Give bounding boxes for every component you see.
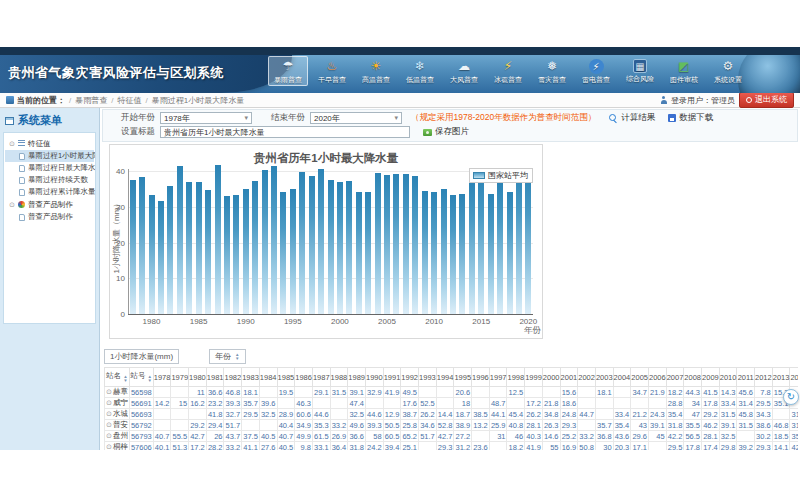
column-header-year[interactable]: 1995 bbox=[454, 368, 472, 387]
expand-icon[interactable]: ⊙ bbox=[106, 421, 112, 428]
chart-bar[interactable] bbox=[469, 180, 475, 314]
chart-bar[interactable] bbox=[441, 189, 447, 314]
station-name-cell[interactable]: ⊙水城 bbox=[105, 409, 130, 420]
chart-bar[interactable] bbox=[403, 174, 409, 314]
chart-bar[interactable] bbox=[299, 172, 305, 314]
toolbar-item[interactable]: ❅雪灾普查 bbox=[532, 56, 572, 86]
toolbar-item[interactable]: ◩图件审核 bbox=[664, 56, 704, 86]
chart-bar[interactable] bbox=[318, 169, 324, 314]
chart-bar[interactable] bbox=[507, 192, 513, 314]
column-header-year[interactable]: 1984 bbox=[259, 368, 277, 387]
column-header-year[interactable]: 1982 bbox=[224, 368, 242, 387]
column-header-year[interactable]: 1980 bbox=[189, 368, 207, 387]
station-name-cell[interactable]: ⊙威宁 bbox=[105, 398, 130, 409]
chart-bar[interactable] bbox=[252, 181, 258, 314]
expand-icon[interactable]: ⊙ bbox=[106, 443, 112, 450]
chart-bar[interactable] bbox=[488, 194, 494, 314]
station-name-cell[interactable]: ⊙普安 bbox=[105, 420, 130, 431]
chart-bar[interactable] bbox=[337, 182, 343, 314]
station-name-cell[interactable]: ⊙赫章 bbox=[105, 387, 130, 398]
chart-bar[interactable] bbox=[412, 176, 418, 314]
sidebar-item[interactable]: 暴雨过程1小时最大降水量 bbox=[5, 150, 94, 162]
chart-bar[interactable] bbox=[459, 194, 465, 315]
column-header-year[interactable]: 1991 bbox=[383, 368, 401, 387]
chart-bar[interactable] bbox=[177, 166, 183, 314]
sort-icon[interactable] bbox=[148, 375, 152, 383]
column-header-year[interactable]: 1998 bbox=[507, 368, 525, 387]
expander-icon[interactable]: ⊙ bbox=[9, 140, 15, 147]
start-year-select[interactable]: 1978年 bbox=[160, 112, 252, 124]
column-header-year[interactable]: 1988 bbox=[330, 368, 348, 387]
column-header-year[interactable]: 1997 bbox=[489, 368, 507, 387]
chart-bar[interactable] bbox=[346, 181, 352, 314]
tree-node[interactable]: ⊙普查产品制作 bbox=[5, 198, 94, 211]
chart-bar[interactable] bbox=[328, 180, 334, 314]
chart-bar[interactable] bbox=[243, 189, 249, 314]
column-header-year[interactable]: 2013 bbox=[772, 368, 790, 387]
column-header-year[interactable]: 2000 bbox=[542, 368, 560, 387]
column-header-year[interactable]: 1986 bbox=[295, 368, 313, 387]
chart-bar[interactable] bbox=[375, 173, 381, 314]
chart-bar[interactable] bbox=[271, 166, 277, 314]
chart-bar[interactable] bbox=[497, 182, 503, 314]
chart-bar[interactable] bbox=[130, 180, 136, 314]
chart-bar[interactable] bbox=[262, 170, 268, 314]
column-header-year[interactable]: 2002 bbox=[578, 368, 596, 387]
sidebar-item[interactable]: 暴雨过程持续天数 bbox=[5, 174, 94, 186]
chart-bar[interactable] bbox=[450, 195, 456, 314]
toolbar-item[interactable]: ♨干旱普查 bbox=[312, 56, 352, 86]
calculate-button[interactable]: 计算结果 bbox=[609, 112, 655, 124]
column-header-year[interactable]: 1985 bbox=[277, 368, 295, 387]
breadcrumb-item[interactable]: 特征值 bbox=[117, 96, 141, 105]
sidebar-item[interactable]: 普查产品制作 bbox=[5, 211, 94, 223]
chart-bar[interactable] bbox=[356, 192, 362, 314]
refresh-icon[interactable] bbox=[783, 389, 799, 405]
sidebar-item[interactable]: 暴雨过程日最大降水量 bbox=[5, 162, 94, 174]
unit-chip[interactable]: 1小时降水量(mm) bbox=[104, 349, 179, 364]
chart-bar[interactable] bbox=[478, 175, 484, 314]
column-header-year[interactable]: 1987 bbox=[312, 368, 330, 387]
expand-icon[interactable]: ⊙ bbox=[106, 399, 112, 406]
column-header-year[interactable]: 1993 bbox=[419, 368, 437, 387]
chart-title-input[interactable] bbox=[160, 126, 410, 138]
chart-bar[interactable] bbox=[149, 195, 155, 314]
column-header-station-id[interactable]: 站号 bbox=[129, 368, 153, 387]
column-header-year[interactable]: 2012 bbox=[755, 368, 773, 387]
toolbar-item[interactable]: ☁大风普查 bbox=[444, 56, 484, 86]
column-header-year[interactable]: 1978 bbox=[153, 368, 171, 387]
column-header-year[interactable]: 2003 bbox=[595, 368, 613, 387]
column-header-year[interactable]: 1990 bbox=[365, 368, 383, 387]
column-header-year[interactable]: 1983 bbox=[242, 368, 260, 387]
save-image-button[interactable]: 保存图片 bbox=[423, 126, 469, 138]
sort-icon[interactable] bbox=[123, 375, 127, 383]
chart-bar[interactable] bbox=[290, 189, 296, 315]
chart-bar[interactable] bbox=[224, 196, 230, 314]
column-header-year[interactable]: 1996 bbox=[472, 368, 490, 387]
column-header-year[interactable]: 2007 bbox=[666, 368, 684, 387]
breadcrumb-item[interactable]: 暴雨过程1小时最大降水量 bbox=[152, 96, 244, 105]
column-header-year[interactable]: 2001 bbox=[560, 368, 578, 387]
toolbar-item[interactable]: ⚡冰雹普查 bbox=[488, 56, 528, 86]
station-name-cell[interactable]: ⊙盘州 bbox=[105, 431, 130, 442]
chart-bar[interactable] bbox=[422, 191, 428, 314]
chart-bar[interactable] bbox=[516, 168, 522, 314]
column-header-year[interactable]: 1999 bbox=[525, 368, 543, 387]
logout-button[interactable]: 退出系统 bbox=[739, 92, 794, 108]
column-header-year[interactable]: 1979 bbox=[171, 368, 189, 387]
sidebar-item[interactable]: 暴雨过程累计降水量 bbox=[5, 186, 94, 198]
column-header-year[interactable]: 1981 bbox=[206, 368, 224, 387]
expand-icon[interactable]: ⊙ bbox=[106, 410, 112, 417]
chart-legend[interactable]: 国家站平均 bbox=[469, 168, 533, 183]
chart-bar[interactable] bbox=[158, 201, 164, 314]
column-header-station-name[interactable]: 站名 bbox=[105, 368, 130, 387]
chart-bar[interactable] bbox=[196, 182, 202, 314]
toolbar-item[interactable]: ☀高温普查 bbox=[356, 56, 396, 86]
toolbar-item[interactable]: ▦综合风险 bbox=[620, 56, 660, 86]
column-header-year[interactable]: 2010 bbox=[719, 368, 737, 387]
chart-bar[interactable] bbox=[139, 177, 145, 314]
toolbar-item[interactable]: ⚡雷电普查 bbox=[576, 56, 616, 86]
expander-icon[interactable]: ⊙ bbox=[9, 201, 15, 208]
chart-bar[interactable] bbox=[393, 174, 399, 314]
column-header-year[interactable]: 1992 bbox=[401, 368, 419, 387]
chart-bar[interactable] bbox=[167, 186, 173, 314]
